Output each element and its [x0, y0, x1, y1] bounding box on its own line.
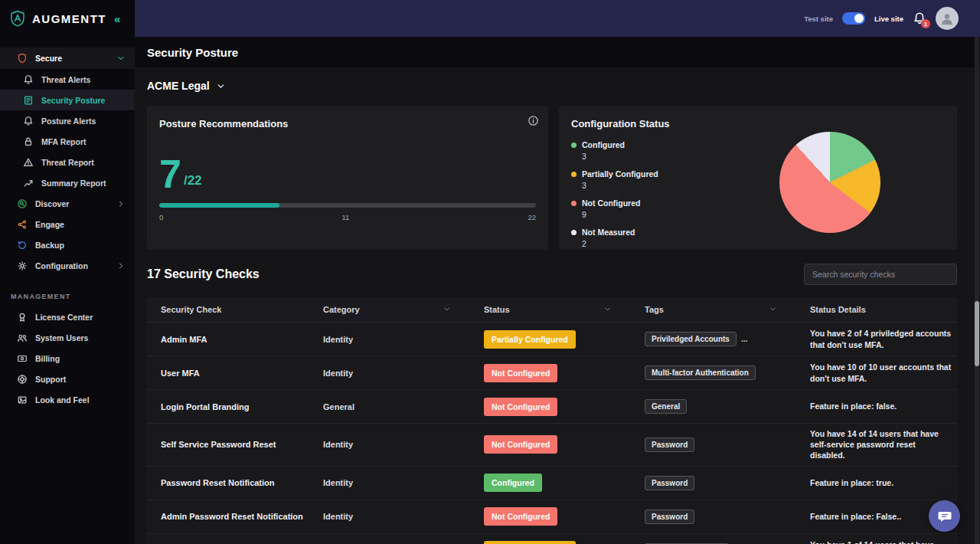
- sidebar-item-look-and-feel[interactable]: Look and Feel: [0, 389, 135, 410]
- legend-label: Not Measured: [582, 228, 635, 237]
- org-name: ACME Legal: [147, 80, 210, 92]
- legend-item-not-configured: Not Configured9: [571, 198, 763, 219]
- check-name: Admin Password Reset Notification: [161, 512, 323, 521]
- check-category: Identity: [323, 335, 484, 344]
- legend-count: 2: [582, 239, 635, 248]
- table-row[interactable]: Self Service Password Reset Identity Not…: [147, 423, 957, 466]
- legend-dot: [571, 201, 577, 206]
- sidebar-item-label: Posture Alerts: [41, 116, 126, 126]
- chevron-down-icon: [603, 305, 612, 314]
- check-name: Password Reset Notification: [161, 478, 323, 487]
- sidebar-item-configuration[interactable]: Configuration: [0, 255, 135, 276]
- image-icon: [17, 395, 28, 405]
- posture-recommendations-card: Posture Recommendations 7 /22 0 11 22: [147, 106, 548, 250]
- column-label: Category: [323, 305, 360, 314]
- chart-line-icon: [23, 178, 34, 188]
- legend-label: Not Configured: [582, 198, 640, 208]
- chat-widget-button[interactable]: [929, 500, 960, 532]
- sidebar-item-billing[interactable]: Billing: [0, 348, 135, 369]
- user-avatar[interactable]: [936, 7, 959, 30]
- sidebar-item-discover[interactable]: Discover: [0, 193, 135, 214]
- sidebar-item-support[interactable]: Support: [0, 369, 135, 389]
- table-row[interactable]: Password Reset Notification Identity Con…: [147, 466, 957, 500]
- sidebar-item-posture-alerts[interactable]: Posture Alerts: [0, 110, 135, 131]
- sidebar-collapse-button[interactable]: «: [114, 12, 120, 25]
- sidebar-item-label: Security Posture: [41, 96, 126, 105]
- sidebar-item-label: Engage: [35, 220, 126, 229]
- shield-icon: [17, 53, 28, 64]
- column-header-category[interactable]: Category: [323, 305, 484, 314]
- column-label: Status: [484, 305, 510, 314]
- pie-legend: Configured3 Partially Configured3 Not Co…: [571, 140, 763, 248]
- sidebar-item-secure[interactable]: Secure: [0, 48, 135, 69]
- sidebar-item-system-users[interactable]: System Users: [0, 327, 135, 348]
- table-header-row: Security Check Category Status Tags Stat…: [147, 297, 957, 322]
- sidebar-item-summary-report[interactable]: Summary Report: [0, 172, 135, 193]
- column-header-security-check: Security Check: [161, 305, 323, 314]
- posture-progress-fill: [159, 203, 279, 208]
- legend-dot: [571, 172, 577, 177]
- scrollbar-thumb[interactable]: [975, 301, 979, 366]
- security-checks-title: 17 Security Checks: [147, 267, 260, 281]
- lock-icon: [23, 136, 34, 147]
- sidebar-item-license-center[interactable]: License Center: [0, 306, 135, 327]
- sidebar-item-threat-report[interactable]: Threat Report: [0, 152, 135, 172]
- test-site-label: Test site: [804, 15, 833, 23]
- chevron-right-icon: [116, 199, 126, 208]
- table-row[interactable]: Login Portal Branding General Not Config…: [147, 389, 957, 423]
- tag-pill: Password: [645, 510, 694, 524]
- sidebar-item-threat-alerts[interactable]: Threat Alerts: [0, 69, 135, 90]
- discover-search-icon: [17, 198, 28, 209]
- tag-pill: Password: [645, 476, 694, 490]
- sidebar-item-label: Billing: [35, 354, 126, 363]
- security-checks-table: Security Check Category Status Tags Stat…: [147, 297, 957, 544]
- configuration-status-card: Configuration Status Configured3 Partial…: [559, 106, 957, 250]
- tag-pill: General: [645, 399, 687, 414]
- bell-icon: [23, 116, 34, 126]
- bell-icon: [23, 74, 34, 85]
- site-toggle[interactable]: [842, 12, 865, 25]
- legend-count: 3: [582, 181, 658, 190]
- sidebar-item-mfa-report[interactable]: MFA Report: [0, 131, 135, 152]
- chevron-down-icon: [769, 305, 778, 314]
- table-row[interactable]: User MFA Identity Not Configured Multi-f…: [147, 356, 957, 389]
- tag-pill: Priviledged Accounts: [645, 332, 737, 346]
- logo-row: AUGMENTT «: [0, 0, 135, 37]
- check-category: Identity: [323, 478, 484, 487]
- table-row[interactable]: Admin Password Reset Notification Identi…: [147, 500, 957, 533]
- legend-dot: [571, 143, 577, 148]
- page-title: Security Posture: [147, 46, 238, 59]
- sidebar-item-backup[interactable]: Backup: [0, 234, 135, 255]
- warning-triangle-icon: [23, 157, 34, 168]
- sidebar-item-label: Secure: [35, 54, 109, 63]
- status-details: You have 14 of 14 users that have self-s…: [810, 424, 957, 466]
- card-title: Configuration Status: [571, 118, 763, 129]
- sidebar-item-label: Discover: [35, 199, 109, 208]
- column-header-status[interactable]: Status: [484, 305, 645, 314]
- table-row[interactable]: Block Legacy Authentication Identity Par…: [147, 533, 957, 544]
- info-icon[interactable]: [528, 115, 539, 126]
- score-value: 7: [159, 157, 181, 191]
- sidebar-item-label: Backup: [35, 241, 126, 250]
- notifications-button[interactable]: 1: [913, 11, 926, 25]
- status-badge: Not Configured: [484, 398, 557, 416]
- security-checks-header: 17 Security Checks: [147, 264, 957, 285]
- search-input[interactable]: [804, 264, 957, 285]
- sidebar-item-engage[interactable]: Engage: [0, 214, 135, 234]
- column-header-tags[interactable]: Tags: [645, 305, 810, 314]
- check-name: Self Service Password Reset: [161, 440, 323, 449]
- sidebar-item-label: Threat Alerts: [41, 75, 126, 84]
- content: ACME Legal Posture Recommendations 7 /22: [135, 67, 980, 544]
- tag-pill: Multi-factor Authentication: [645, 365, 756, 380]
- org-selector[interactable]: ACME Legal: [147, 77, 225, 95]
- legend-item-configured: Configured3: [571, 140, 763, 161]
- sidebar-item-label: License Center: [35, 313, 126, 322]
- secure-submenu: Threat Alerts Security Posture Posture A…: [0, 69, 135, 193]
- gear-icon: [17, 261, 28, 271]
- sidebar-item-security-posture[interactable]: Security Posture: [0, 90, 135, 110]
- toggle-knob: [854, 14, 864, 23]
- status-badge: Not Configured: [484, 435, 557, 454]
- table-row[interactable]: Admin MFA Identity Partially Configured …: [147, 322, 957, 356]
- augmentt-logo-icon: [9, 10, 26, 27]
- backup-refresh-icon: [17, 240, 28, 251]
